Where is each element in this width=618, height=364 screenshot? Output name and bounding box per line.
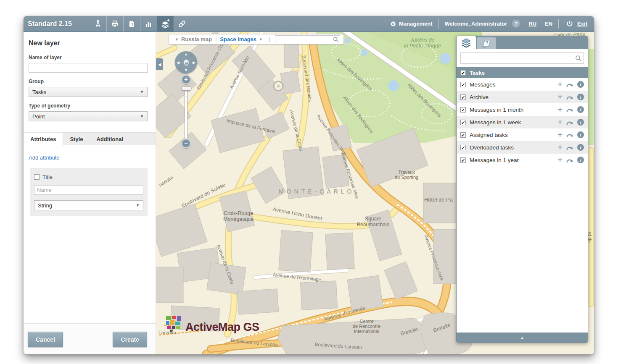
zoom-out-button[interactable]: − [181, 139, 191, 148]
zoom-to-layer-icon[interactable] [566, 94, 573, 100]
layer-label: Messages in 1 year [470, 157, 554, 163]
add-object-icon[interactable]: + [557, 81, 563, 88]
title-checkbox[interactable] [34, 174, 40, 180]
tab-layers[interactable] [457, 36, 476, 49]
zoom-in-button[interactable]: + [181, 75, 191, 84]
layer-label: Messages [470, 81, 554, 88]
zoom-to-layer-icon[interactable] [566, 120, 573, 125]
geometry-select[interactable]: Point ▼ [29, 111, 148, 121]
management-label: Management [399, 21, 432, 27]
layer-row[interactable]: Assigned tasks + i [457, 128, 588, 141]
layer-checkbox[interactable] [460, 94, 466, 100]
add-object-icon[interactable]: + [557, 144, 563, 151]
layer-info-icon[interactable]: i [577, 106, 584, 113]
layer-checkbox[interactable] [460, 107, 466, 113]
layer-checkbox[interactable] [460, 157, 466, 163]
layers-search-row [457, 49, 588, 67]
measure-tool-icon[interactable] [90, 16, 106, 31]
cancel-button[interactable]: Cancel [28, 332, 63, 347]
create-button[interactable]: Create [113, 332, 147, 347]
map-search-input[interactable] [275, 36, 330, 42]
zoom-to-layer-icon[interactable] [566, 82, 573, 87]
attribute-type-value: String [38, 202, 52, 209]
layers-panel-collapse[interactable]: ▲ [457, 333, 588, 343]
search-icon[interactable] [333, 37, 339, 42]
gear-icon: ⚙ [391, 20, 396, 28]
zoom-to-layer-icon[interactable] [566, 107, 573, 113]
panel-title: New layer [29, 39, 147, 47]
group-checkbox[interactable] [460, 70, 466, 76]
layers-panel: ? Tasks [456, 36, 588, 343]
exit-label: Exit [577, 21, 587, 27]
layer-info-icon[interactable]: i [577, 144, 584, 151]
map-viewport[interactable]: Café de Paris Jardins de la Petite Afriq… [156, 32, 594, 354]
tab-additional[interactable]: Additional [90, 133, 130, 145]
chevron-down-icon[interactable]: ▼ [259, 37, 263, 42]
basemap-space-images[interactable]: Space images [220, 36, 256, 42]
statistics-icon[interactable] [140, 16, 157, 31]
geometry-select-value: Point [32, 113, 45, 120]
add-object-icon[interactable]: + [557, 156, 563, 164]
layer-checkbox[interactable] [460, 120, 466, 125]
collapse-left-panel-button[interactable]: ◀ [156, 58, 163, 70]
layer-checkbox[interactable] [460, 132, 466, 138]
layer-row[interactable]: Messages in 1 year + i [457, 154, 588, 166]
zoom-slider-handle[interactable] [181, 86, 191, 91]
attribute-name-input[interactable] [34, 185, 143, 195]
pan-control[interactable]: ▲ ▼ ◀ ▶ [175, 51, 197, 73]
layer-row[interactable]: Messages + i [457, 78, 588, 91]
add-object-icon[interactable]: + [557, 131, 563, 139]
pan-down-icon[interactable]: ▼ [184, 68, 188, 72]
geometry-type-label: Type of geometry [29, 103, 147, 109]
layer-row[interactable]: Messages in 1 week + i [457, 116, 588, 128]
layer-checkbox[interactable] [460, 82, 466, 87]
add-object-icon[interactable]: + [557, 93, 563, 101]
chevron-down-icon[interactable]: ▼ [175, 37, 179, 42]
layer-info-icon[interactable]: i [577, 94, 584, 100]
new-layer-panel: New layer Name of layer Group Tasks ▼ Ty… [24, 32, 156, 354]
zoom-to-layer-icon[interactable] [566, 132, 573, 138]
search-icon[interactable] [575, 55, 582, 62]
layer-checkbox[interactable] [460, 145, 466, 150]
add-attribute-link[interactable]: Add attribute [29, 155, 60, 161]
exit-button[interactable]: Exit [559, 20, 594, 28]
pan-left-icon[interactable]: ◀ [177, 60, 180, 64]
layer-label: Messages in 1 month [470, 107, 554, 113]
zoom-slider-track[interactable] [185, 86, 188, 140]
attribute-type-select[interactable]: String ▼ [34, 200, 143, 210]
tab-style[interactable]: Style [63, 133, 90, 145]
layers-icon [461, 38, 472, 48]
layers-search-input[interactable] [461, 54, 575, 63]
lang-ru[interactable]: RU [528, 21, 536, 27]
pan-up-icon[interactable]: ▲ [184, 52, 188, 56]
layer-info-icon[interactable]: i [577, 131, 584, 138]
layer-name-input[interactable] [29, 63, 148, 73]
zoom-to-layer-icon[interactable] [566, 145, 573, 150]
form-tabs: Attributes Style Additional [24, 132, 156, 145]
basemap-russia[interactable]: Russia map [181, 36, 212, 42]
layer-info-icon[interactable]: i [577, 119, 584, 126]
tab-attributes[interactable]: Attributes [24, 133, 63, 145]
print-icon[interactable] [106, 16, 123, 31]
add-object-icon[interactable]: + [557, 118, 563, 126]
zoom-to-layer-icon[interactable] [566, 157, 573, 163]
management-button[interactable]: ⚙ Management [385, 16, 438, 31]
layer-info-icon[interactable]: i [577, 81, 584, 88]
help-book-icon[interactable]: ? [123, 16, 140, 31]
lang-en[interactable]: EN [545, 21, 552, 27]
tab-legend[interactable]: ? [477, 37, 496, 49]
layer-info-icon[interactable]: i [577, 157, 584, 163]
basemap-bar: ▼ Russia map | Space images ▼ | [169, 34, 344, 45]
title-checkbox-label: Title [42, 174, 53, 180]
layer-row[interactable]: Overloaded tasks + i [457, 141, 588, 154]
group-select[interactable]: Tasks ▼ [29, 87, 148, 97]
toolbar-icon-group: ? [90, 16, 190, 31]
layer-row[interactable]: Messages in 1 month + i [457, 103, 588, 116]
layer-row[interactable]: Archive + i [457, 91, 588, 103]
link-icon[interactable] [174, 16, 190, 31]
add-layer-icon[interactable] [157, 16, 174, 31]
help-badge[interactable]: ? [512, 20, 520, 28]
add-object-icon[interactable]: + [557, 106, 563, 113]
pan-right-icon[interactable]: ▶ [193, 60, 195, 64]
layer-label: Archive [470, 94, 554, 100]
